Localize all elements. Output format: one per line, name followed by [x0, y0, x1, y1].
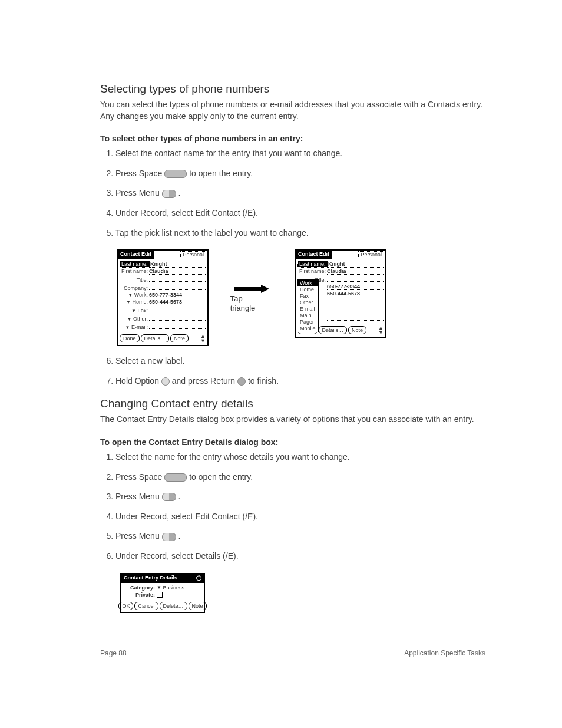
pda-category: Personal: [180, 251, 206, 258]
field-label: ▼ Other:: [120, 316, 149, 322]
step-3: Press Menu .: [115, 187, 485, 199]
picklist-item: Main: [297, 312, 318, 319]
pda-body: Last name:Knight First name:Claudia Titl…: [118, 259, 207, 332]
step-text: Press Space: [115, 472, 164, 482]
field-label: Company:: [120, 285, 149, 291]
svg-marker-1: [261, 285, 269, 293]
menu-key-icon: [162, 533, 176, 541]
pda-screenshot-right: Contact Edit Personal Last name:Knight F…: [295, 249, 386, 338]
pda-category: Personal: [358, 251, 384, 258]
field-value: [327, 306, 384, 312]
ok-button: OK: [118, 602, 133, 610]
info-icon: ⓘ: [196, 575, 201, 582]
step-text: Press Menu: [115, 492, 162, 501]
step-text: Press Space: [115, 169, 164, 178]
field-value: [327, 298, 384, 304]
step2-4: Under Record, select Edit Contact (/E).: [115, 511, 485, 523]
step-6: Select a new label.: [115, 355, 485, 367]
field-label: ▼ Fax:: [120, 308, 149, 314]
field-value: 650-444-5678: [327, 291, 384, 297]
pda-body: Last name:Knight First name:Claudia Titl…: [296, 259, 385, 324]
picklist-item: Other: [297, 299, 318, 306]
triangle-icon: ▼: [128, 292, 133, 298]
step-5: Tap the pick list next to the label you …: [115, 228, 485, 239]
field-value: 650-444-5678: [149, 299, 206, 305]
figure-caption: Taptriangle: [230, 294, 256, 312]
step-1: Select the contact name for the entry th…: [115, 148, 485, 160]
field-label: Last name:: [297, 261, 328, 268]
step-text: to open the entry.: [189, 472, 253, 482]
picklist-item: Work: [297, 280, 318, 286]
field-value: [149, 275, 206, 282]
scroll-icon: ▲▼: [378, 325, 384, 335]
step-4: Under Record, select Edit Contact (/E).: [115, 207, 485, 219]
step-text: to open the entry.: [189, 169, 253, 178]
scroll-icon: ▲▼: [200, 334, 206, 343]
picklist-popup: Work Home Fax Other E-mail Main Pager Mo…: [297, 279, 319, 332]
field-label: Category:: [124, 585, 157, 591]
step2-6: Under Record, select Details (/E).: [115, 551, 485, 562]
dialog-title: Contact Entry Details ⓘ: [121, 574, 204, 583]
triangle-icon: ▼: [127, 317, 132, 322]
steps-list-2: Select the name for the entry whose deta…: [100, 452, 485, 562]
subhead-2: To open the Contact Entry Details dialog…: [100, 437, 485, 447]
step-text: Press Menu: [115, 188, 162, 197]
step-text: to finish.: [248, 376, 279, 386]
triangle-icon: ▼: [125, 325, 130, 330]
pda-title: Contact Edit: [296, 251, 332, 259]
menu-key-icon: [162, 190, 176, 198]
return-key-icon: [237, 377, 246, 386]
step-text: .: [178, 531, 180, 541]
space-key-icon: [164, 170, 187, 178]
field-label: Title:: [120, 277, 149, 283]
field-value: [149, 322, 206, 329]
field-label: First name:: [297, 268, 327, 274]
field-value: Knight: [150, 261, 206, 268]
field-value: Business: [163, 585, 184, 591]
option-key-icon: [161, 377, 170, 386]
picklist-item: Mobile: [297, 325, 318, 332]
field-value: 650-777-3344: [149, 292, 206, 298]
step-text: .: [178, 188, 180, 197]
para-intro-2: The Contact Entry Details dialog box pro…: [100, 414, 485, 426]
step-7: Hold Option and press Return to finish.: [115, 375, 485, 387]
field-label: Last name:: [120, 261, 150, 268]
picklist-item: Home: [297, 286, 318, 293]
field-label: Private:: [124, 592, 157, 598]
step-text: and press Return: [172, 376, 237, 386]
arrow-column: Taptriangle: [219, 249, 284, 312]
pda-footer: Done Details… Note ▲▼: [118, 332, 207, 345]
field-value: Claudia: [149, 268, 206, 275]
subhead-1: To select other types of phone numbers i…: [100, 134, 485, 143]
field-value: [149, 314, 206, 321]
details-button: Details…: [141, 334, 170, 342]
step2-3: Press Menu .: [115, 491, 485, 503]
step-2: Press Space to open the entry.: [115, 168, 485, 180]
details-button: Details…: [319, 326, 348, 334]
triangle-icon: ▼: [157, 585, 161, 590]
step2-1: Select the name for the entry whose deta…: [115, 452, 485, 463]
para-intro-1: You can select the types of phone number…: [100, 99, 485, 122]
picklist-item: E-mail: [297, 306, 318, 312]
pda-titlebar: Contact Edit Personal: [118, 251, 207, 259]
done-button: Done: [120, 334, 140, 342]
pda-title: Contact Edit: [118, 251, 154, 259]
heading-selecting-types: Selecting types of phone numbers: [100, 83, 485, 95]
field-value: Knight: [328, 261, 384, 268]
picklist-item: Pager: [297, 319, 318, 325]
picklist-item: Fax: [297, 293, 318, 299]
field-label: ▼ Work:: [120, 292, 149, 298]
cancel-button: Cancel: [134, 602, 158, 610]
delete-button: Delete…: [160, 602, 187, 610]
details-dialog-figure: Contact Entry Details ⓘ Category: ▼ Busi…: [120, 573, 205, 613]
field-label: ▼ E-mail:: [120, 324, 149, 330]
checkbox-icon: [157, 592, 163, 598]
note-button: Note: [348, 326, 366, 334]
field-label: First name:: [120, 268, 149, 274]
step-text: Press Menu: [115, 531, 162, 541]
steps-list-1b: Select a new label. Hold Option and pres…: [100, 355, 485, 387]
footer-section-title: Application Specific Tasks: [404, 649, 485, 657]
field-value: [327, 275, 384, 282]
field-value: 650-777-3344: [327, 284, 384, 290]
footer-page-number: Page 88: [100, 649, 127, 657]
